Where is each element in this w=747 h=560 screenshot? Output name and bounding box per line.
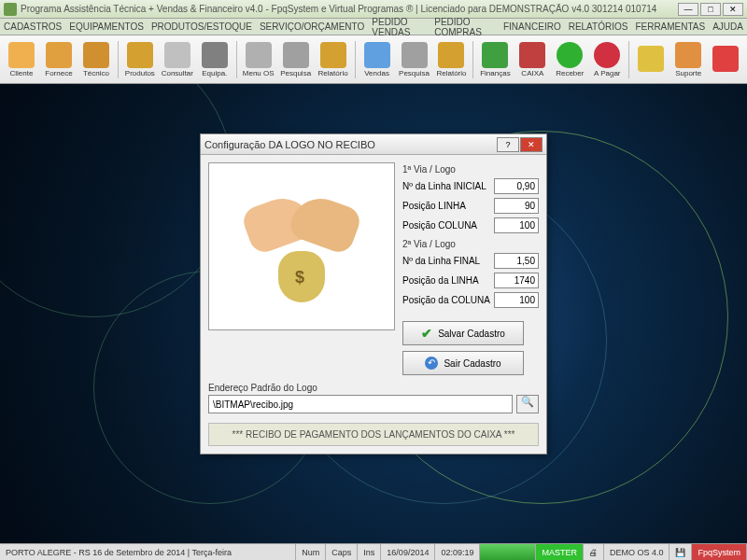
logo-path-input[interactable] <box>208 395 513 413</box>
posicao-coluna-2-input[interactable] <box>494 292 539 308</box>
menu-bar: CADASTROSEQUIPAMENTOSPRODUTOS/ESTOQUESER… <box>0 19 747 35</box>
zoom-icon <box>402 42 428 68</box>
equip-icon <box>202 42 228 68</box>
toolbar-label: Vendas <box>364 69 389 77</box>
toolbar-cliente[interactable]: Cliente <box>4 42 39 77</box>
dialog-title: Configuração DA LOGO NO RECIBO <box>204 139 497 150</box>
toolbar-label: Fornece <box>45 69 72 77</box>
status-location: PORTO ALEGRE - RS 16 de Setembro de 2014… <box>0 544 296 560</box>
menu-pedidovendas[interactable]: PEDIDO VENDAS <box>372 17 427 37</box>
toolbar-suporte[interactable]: Suporte <box>670 42 706 77</box>
save-button[interactable]: ✔Salvar Cadastro <box>402 321 524 345</box>
app-icon <box>4 3 17 16</box>
handshake-icon <box>236 181 367 312</box>
f4-label: Nº da Linha FINAL <box>402 256 480 266</box>
exit-icon <box>712 46 739 72</box>
menu-produtosestoque[interactable]: PRODUTOS/ESTOQUE <box>151 21 252 32</box>
toolbar-label: A Pagar <box>594 69 620 77</box>
toolbar-label: CAIXA <box>521 69 543 77</box>
menu-ajuda[interactable]: AJUDA <box>712 21 743 32</box>
posicao-linha-2-input[interactable] <box>494 273 539 288</box>
toolbar-caixa[interactable]: CAIXA <box>514 42 550 77</box>
menu-serviooramento[interactable]: SERVIÇO/ORÇAMENTO <box>260 21 364 32</box>
status-ins: Ins <box>358 544 381 560</box>
toolbar-relatrio[interactable]: Relatório <box>433 42 469 77</box>
status-demo: DEMO OS 4.0 <box>604 544 670 560</box>
toolbar-icbell[interactable] <box>633 46 669 73</box>
toolbar-menuos[interactable]: Menu OS <box>241 42 276 77</box>
person3-icon <box>83 42 109 68</box>
toolbar-pesquisa[interactable]: Pesquisa <box>397 42 432 77</box>
f1-label: Nº da Linha INICIAL <box>402 181 486 191</box>
toolbar-label: Finanças <box>480 69 510 77</box>
toolbar-produtos[interactable]: Produtos <box>122 42 158 77</box>
status-progress <box>480 544 536 560</box>
status-bar: PORTO ALEGRE - RS 16 de Setembro de 2014… <box>0 543 747 560</box>
logo-config-dialog: Configuração DA LOGO NO RECIBO ? ✕ 1ª Vi… <box>200 133 547 455</box>
status-master: MASTER <box>536 544 584 560</box>
posicao-linha-1-input[interactable] <box>494 198 539 214</box>
toolbar-receber[interactable]: Receber <box>552 42 587 77</box>
bell-icon <box>638 46 664 72</box>
toolbar-label: Equipa. <box>202 69 227 77</box>
box-icon <box>127 42 153 68</box>
toolbar-vendas[interactable]: Vendas <box>359 42 395 77</box>
receber-icon <box>557 42 583 68</box>
toolbar-label: Suporte <box>675 69 701 77</box>
toolbar-label: Receber <box>556 69 584 77</box>
toolbar-label: Menu OS <box>243 69 275 77</box>
toolbar-relatrio[interactable]: Relatório <box>316 42 351 77</box>
menu-cadastros[interactable]: CADASTROS <box>4 21 62 32</box>
toolbar-tcnico[interactable]: Técnico <box>78 42 114 77</box>
menu-relatrios[interactable]: RELATÓRIOS <box>569 21 628 32</box>
toolbar-separator <box>472 41 473 78</box>
dialog-help-button[interactable]: ? <box>497 137 519 152</box>
f3-label: Posição COLUNA <box>402 220 477 231</box>
toolbar-label: Técnico <box>83 69 109 77</box>
path-label: Endereço Padrão do Logo <box>208 383 539 393</box>
toolbar-separator <box>355 41 356 78</box>
sup-icon <box>675 42 701 68</box>
toolbar-label: Relatório <box>318 69 348 77</box>
posicao-coluna-1-input[interactable] <box>494 217 539 233</box>
check-icon: ✔ <box>421 326 432 341</box>
dialog-titlebar[interactable]: Configuração DA LOGO NO RECIBO ? ✕ <box>201 134 546 155</box>
maximize-button[interactable]: □ <box>700 3 721 16</box>
linha-final-input[interactable] <box>494 253 539 269</box>
status-caps: Caps <box>326 544 358 560</box>
toolbar-icexit[interactable] <box>708 46 743 73</box>
toolbar-consultar[interactable]: Consultar <box>160 42 195 77</box>
linha-inicial-input[interactable] <box>494 178 539 194</box>
f2-label: Posição LINHA <box>402 201 466 211</box>
status-drive-icon[interactable]: 💾 <box>669 544 692 560</box>
toolbar-equipa[interactable]: Equipa. <box>197 42 233 77</box>
status-printer-icon[interactable]: 🖨 <box>584 544 604 560</box>
exit-button[interactable]: ↶Sair Cadastro <box>402 351 524 375</box>
back-icon: ↶ <box>425 357 438 370</box>
toolbar-apagar[interactable]: A Pagar <box>589 42 625 77</box>
menu-financeiro[interactable]: FINANCEIRO <box>503 21 561 32</box>
status-fpq: FpqSystem <box>692 544 747 560</box>
section-2-label: 2ª Via / Logo <box>402 239 539 249</box>
dialog-close-button[interactable]: ✕ <box>520 137 543 152</box>
toolbar-separator <box>236 41 237 78</box>
menu-equipamentos[interactable]: EQUIPAMENTOS <box>69 21 144 32</box>
person2-icon <box>46 42 72 68</box>
monitor-icon <box>364 42 390 68</box>
pagar-icon <box>594 42 620 68</box>
menu-pedidocompras[interactable]: PEDIDO COMPRAS <box>434 17 496 37</box>
window-title: Programa Assistência Técnica + Vendas & … <box>21 4 678 14</box>
browse-button[interactable]: 🔍 <box>516 395 539 413</box>
toolbar-label: Produtos <box>125 69 155 77</box>
toolbar-label: Consultar <box>162 69 193 77</box>
fin-icon <box>482 42 508 68</box>
minimize-button[interactable]: — <box>678 3 698 16</box>
menu-icon <box>246 42 272 68</box>
close-button[interactable]: ✕ <box>723 3 743 16</box>
toolbar-fornece[interactable]: Fornece <box>41 42 77 77</box>
toolbar-finanas[interactable]: Finanças <box>477 42 513 77</box>
menu-ferramentas[interactable]: FERRAMENTAS <box>635 21 705 32</box>
toolbar-label: Cliente <box>10 69 34 77</box>
toolbar-pesquisa[interactable]: Pesquisa <box>278 42 314 77</box>
caixa-icon <box>519 42 545 68</box>
